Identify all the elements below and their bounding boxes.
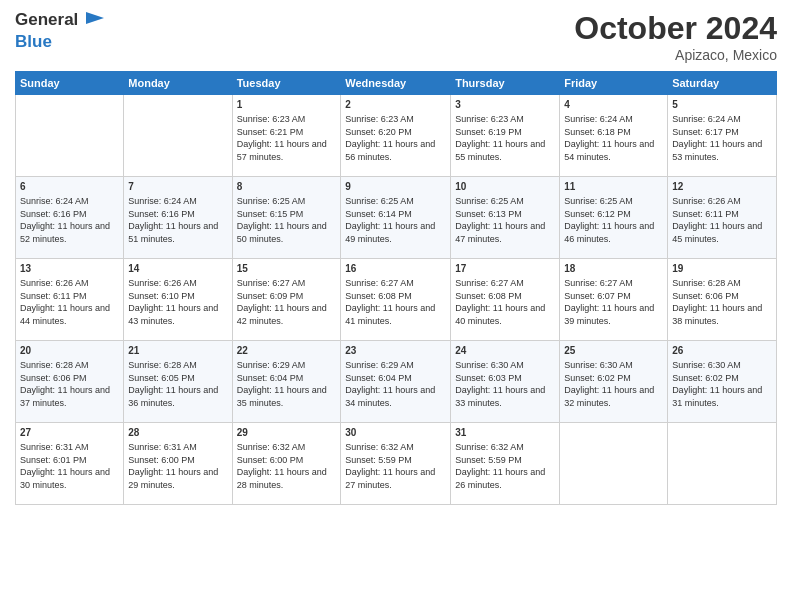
sunrise: Sunrise: 6:25 AM <box>345 196 414 206</box>
daylight: Daylight: 11 hours and 43 minutes. <box>128 303 218 326</box>
day-number: 29 <box>237 426 337 440</box>
sunset: Sunset: 6:07 PM <box>564 291 631 301</box>
daylight: Daylight: 11 hours and 50 minutes. <box>237 221 327 244</box>
title-block: October 2024 Apizaco, Mexico <box>574 10 777 63</box>
sunrise: Sunrise: 6:23 AM <box>345 114 414 124</box>
sunrise: Sunrise: 6:32 AM <box>455 442 524 452</box>
daylight: Daylight: 11 hours and 46 minutes. <box>564 221 654 244</box>
calendar-cell: 6Sunrise: 6:24 AMSunset: 6:16 PMDaylight… <box>16 177 124 259</box>
daylight: Daylight: 11 hours and 35 minutes. <box>237 385 327 408</box>
daylight: Daylight: 11 hours and 30 minutes. <box>20 467 110 490</box>
sunset: Sunset: 6:10 PM <box>128 291 195 301</box>
sunset: Sunset: 6:08 PM <box>455 291 522 301</box>
daylight: Daylight: 11 hours and 34 minutes. <box>345 385 435 408</box>
calendar-cell: 31Sunrise: 6:32 AMSunset: 5:59 PMDayligh… <box>451 423 560 505</box>
calendar-cell: 29Sunrise: 6:32 AMSunset: 6:00 PMDayligh… <box>232 423 341 505</box>
daylight: Daylight: 11 hours and 44 minutes. <box>20 303 110 326</box>
daylight: Daylight: 11 hours and 52 minutes. <box>20 221 110 244</box>
calendar-cell: 5Sunrise: 6:24 AMSunset: 6:17 PMDaylight… <box>668 95 777 177</box>
daylight: Daylight: 11 hours and 29 minutes. <box>128 467 218 490</box>
calendar-cell: 30Sunrise: 6:32 AMSunset: 5:59 PMDayligh… <box>341 423 451 505</box>
sunrise: Sunrise: 6:31 AM <box>20 442 89 452</box>
calendar-cell: 2Sunrise: 6:23 AMSunset: 6:20 PMDaylight… <box>341 95 451 177</box>
daylight: Daylight: 11 hours and 54 minutes. <box>564 139 654 162</box>
day-number: 23 <box>345 344 446 358</box>
daylight: Daylight: 11 hours and 41 minutes. <box>345 303 435 326</box>
calendar-header-row: Sunday Monday Tuesday Wednesday Thursday… <box>16 72 777 95</box>
calendar-cell: 9Sunrise: 6:25 AMSunset: 6:14 PMDaylight… <box>341 177 451 259</box>
day-number: 27 <box>20 426 119 440</box>
calendar-cell: 13Sunrise: 6:26 AMSunset: 6:11 PMDayligh… <box>16 259 124 341</box>
sunrise: Sunrise: 6:32 AM <box>345 442 414 452</box>
day-number: 10 <box>455 180 555 194</box>
day-number: 30 <box>345 426 446 440</box>
sunrise: Sunrise: 6:26 AM <box>128 278 197 288</box>
logo-blue: Blue <box>15 32 52 51</box>
calendar-cell: 7Sunrise: 6:24 AMSunset: 6:16 PMDaylight… <box>124 177 232 259</box>
sunrise: Sunrise: 6:23 AM <box>237 114 306 124</box>
calendar-week-row: 1Sunrise: 6:23 AMSunset: 6:21 PMDaylight… <box>16 95 777 177</box>
day-number: 5 <box>672 98 772 112</box>
day-number: 8 <box>237 180 337 194</box>
day-number: 2 <box>345 98 446 112</box>
calendar-cell: 10Sunrise: 6:25 AMSunset: 6:13 PMDayligh… <box>451 177 560 259</box>
calendar-table: Sunday Monday Tuesday Wednesday Thursday… <box>15 71 777 505</box>
daylight: Daylight: 11 hours and 53 minutes. <box>672 139 762 162</box>
sunrise: Sunrise: 6:28 AM <box>672 278 741 288</box>
daylight: Daylight: 11 hours and 55 minutes. <box>455 139 545 162</box>
daylight: Daylight: 11 hours and 27 minutes. <box>345 467 435 490</box>
calendar-cell: 18Sunrise: 6:27 AMSunset: 6:07 PMDayligh… <box>560 259 668 341</box>
daylight: Daylight: 11 hours and 31 minutes. <box>672 385 762 408</box>
day-number: 18 <box>564 262 663 276</box>
calendar-cell: 25Sunrise: 6:30 AMSunset: 6:02 PMDayligh… <box>560 341 668 423</box>
calendar-cell <box>560 423 668 505</box>
daylight: Daylight: 11 hours and 42 minutes. <box>237 303 327 326</box>
logo-general: General <box>15 10 78 29</box>
calendar-cell: 22Sunrise: 6:29 AMSunset: 6:04 PMDayligh… <box>232 341 341 423</box>
sunrise: Sunrise: 6:27 AM <box>564 278 633 288</box>
daylight: Daylight: 11 hours and 40 minutes. <box>455 303 545 326</box>
header-saturday: Saturday <box>668 72 777 95</box>
calendar-container: General Blue October 2024 Apizaco, Mexic… <box>0 0 792 612</box>
daylight: Daylight: 11 hours and 36 minutes. <box>128 385 218 408</box>
daylight: Daylight: 11 hours and 26 minutes. <box>455 467 545 490</box>
daylight: Daylight: 11 hours and 32 minutes. <box>564 385 654 408</box>
sunrise: Sunrise: 6:31 AM <box>128 442 197 452</box>
sunset: Sunset: 6:06 PM <box>672 291 739 301</box>
calendar-cell: 27Sunrise: 6:31 AMSunset: 6:01 PMDayligh… <box>16 423 124 505</box>
sunrise: Sunrise: 6:24 AM <box>128 196 197 206</box>
sunrise: Sunrise: 6:25 AM <box>237 196 306 206</box>
day-number: 31 <box>455 426 555 440</box>
header-monday: Monday <box>124 72 232 95</box>
calendar-cell: 8Sunrise: 6:25 AMSunset: 6:15 PMDaylight… <box>232 177 341 259</box>
calendar-cell <box>16 95 124 177</box>
daylight: Daylight: 11 hours and 56 minutes. <box>345 139 435 162</box>
sunrise: Sunrise: 6:29 AM <box>345 360 414 370</box>
calendar-header: General Blue October 2024 Apizaco, Mexic… <box>15 10 777 63</box>
sunset: Sunset: 5:59 PM <box>345 455 412 465</box>
calendar-cell: 24Sunrise: 6:30 AMSunset: 6:03 PMDayligh… <box>451 341 560 423</box>
day-number: 16 <box>345 262 446 276</box>
header-sunday: Sunday <box>16 72 124 95</box>
sunset: Sunset: 6:04 PM <box>345 373 412 383</box>
day-number: 19 <box>672 262 772 276</box>
sunset: Sunset: 6:11 PM <box>672 209 739 219</box>
calendar-cell: 1Sunrise: 6:23 AMSunset: 6:21 PMDaylight… <box>232 95 341 177</box>
calendar-cell: 17Sunrise: 6:27 AMSunset: 6:08 PMDayligh… <box>451 259 560 341</box>
calendar-cell: 28Sunrise: 6:31 AMSunset: 6:00 PMDayligh… <box>124 423 232 505</box>
day-number: 3 <box>455 98 555 112</box>
sunset: Sunset: 6:02 PM <box>564 373 631 383</box>
day-number: 26 <box>672 344 772 358</box>
sunset: Sunset: 6:19 PM <box>455 127 522 137</box>
month-title: October 2024 <box>574 10 777 47</box>
day-number: 25 <box>564 344 663 358</box>
daylight: Daylight: 11 hours and 37 minutes. <box>20 385 110 408</box>
day-number: 7 <box>128 180 227 194</box>
svg-marker-0 <box>86 12 104 24</box>
calendar-cell: 12Sunrise: 6:26 AMSunset: 6:11 PMDayligh… <box>668 177 777 259</box>
daylight: Daylight: 11 hours and 39 minutes. <box>564 303 654 326</box>
day-number: 14 <box>128 262 227 276</box>
day-number: 6 <box>20 180 119 194</box>
sunrise: Sunrise: 6:27 AM <box>237 278 306 288</box>
sunset: Sunset: 6:15 PM <box>237 209 304 219</box>
